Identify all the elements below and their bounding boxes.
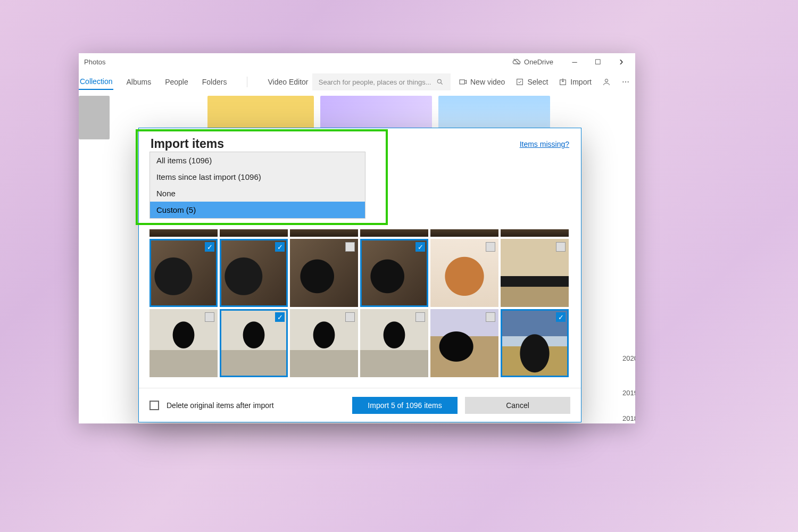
dropdown-option-all[interactable]: All items (1096) <box>150 152 365 169</box>
dialog-footer: Delete original items after import Impor… <box>139 388 581 422</box>
thumbnail-checkbox[interactable] <box>275 312 285 322</box>
import-button[interactable]: Import <box>559 78 592 86</box>
thumbnail-peek[interactable] <box>430 229 498 237</box>
thumbnail-grid[interactable] <box>149 229 577 387</box>
svg-line-2 <box>440 83 442 85</box>
thumbnail-peek[interactable] <box>220 229 288 237</box>
thumbnail-checkbox[interactable] <box>415 242 425 252</box>
minimize-button[interactable]: ─ <box>563 54 586 70</box>
thumbnail-peek[interactable] <box>149 229 218 237</box>
import-icon <box>559 78 567 86</box>
thumbnail-checkbox[interactable] <box>556 312 566 322</box>
thumbnail[interactable] <box>220 239 288 307</box>
import-dialog: Import items Items missing? All items (1… <box>138 128 581 422</box>
thumbnail-checkbox[interactable] <box>415 312 425 322</box>
thumbnail-checkbox[interactable] <box>486 312 495 322</box>
selection-dropdown[interactable]: All items (1096) Items since last import… <box>149 152 365 219</box>
thumbnail-checkbox[interactable] <box>345 242 355 252</box>
thumbnail[interactable] <box>220 309 288 377</box>
year-marker[interactable]: 2020 <box>611 351 635 367</box>
more-button[interactable]: ⋯ <box>621 78 630 86</box>
year-timeline[interactable]: 2020 2019 2018 <box>611 351 635 423</box>
new-video-icon <box>459 78 467 86</box>
thumbnail[interactable] <box>149 239 218 307</box>
import-confirm-button[interactable]: Import 5 of 1096 items <box>352 397 458 414</box>
toolbar-actions: New video Select Import ⋯ <box>459 78 630 86</box>
toolbar: Collection Albums People Folders Video E… <box>79 70 635 94</box>
dropdown-option-custom[interactable]: Custom (5) <box>150 202 365 218</box>
new-video-label: New video <box>470 78 505 86</box>
thumbnail[interactable] <box>430 239 498 307</box>
svg-point-1 <box>437 79 441 83</box>
thumbnail[interactable] <box>501 239 569 307</box>
import-label: Import <box>570 78 592 86</box>
onedrive-status[interactable]: OneDrive <box>512 57 553 66</box>
search-input[interactable]: Search for people, places or things... <box>312 73 451 90</box>
year-marker[interactable]: 2019 <box>611 386 635 401</box>
person-icon <box>602 78 611 86</box>
tab-video-editor[interactable]: Video Editor <box>267 74 309 89</box>
search-icon <box>436 78 444 86</box>
thumbnail-peek[interactable] <box>360 229 428 237</box>
thumbnail[interactable] <box>430 309 498 377</box>
thumbnail-checkbox[interactable] <box>205 242 214 252</box>
tab-people[interactable]: People <box>164 74 189 89</box>
thumbnail[interactable] <box>360 239 428 307</box>
nav-divider <box>247 77 247 87</box>
tab-albums[interactable]: Albums <box>125 74 152 89</box>
delete-original-label: Delete original items after import <box>167 401 274 410</box>
nav-tabs: Collection Albums People Folders Video E… <box>79 74 309 90</box>
items-missing-link[interactable]: Items missing? <box>520 140 569 148</box>
tab-collection[interactable]: Collection <box>79 74 113 90</box>
cancel-button[interactable]: Cancel <box>465 397 570 414</box>
svg-rect-3 <box>460 80 464 84</box>
svg-point-6 <box>605 79 608 82</box>
delete-original-checkbox[interactable] <box>149 401 159 410</box>
cloud-icon <box>512 57 521 66</box>
dialog-title: Import items <box>151 137 224 151</box>
thumbnail-checkbox[interactable] <box>275 242 285 252</box>
thumbnail[interactable] <box>290 239 358 307</box>
thumbnail[interactable] <box>501 309 569 377</box>
select-icon <box>516 78 524 86</box>
thumbnail-checkbox[interactable] <box>345 312 355 322</box>
maximize-button[interactable]: ☐ <box>586 54 610 70</box>
search-placeholder: Search for people, places or things... <box>319 78 431 86</box>
titlebar: Photos OneDrive ─ ☐ › <box>79 53 635 70</box>
thumbnail-checkbox[interactable] <box>486 242 495 252</box>
thumbnail[interactable] <box>290 309 358 377</box>
thumbnail-checkbox[interactable] <box>556 242 566 252</box>
thumbnail-peek[interactable] <box>290 229 358 237</box>
more-icon: ⋯ <box>621 78 630 86</box>
thumbnail-peek[interactable] <box>501 229 569 237</box>
account-button[interactable] <box>602 78 611 86</box>
thumbnail[interactable] <box>360 309 428 377</box>
close-button[interactable]: › <box>610 54 633 70</box>
onedrive-label: OneDrive <box>524 58 553 66</box>
thumbnail-checkbox[interactable] <box>205 312 214 322</box>
dropdown-option-none[interactable]: None <box>150 185 365 202</box>
svg-rect-4 <box>517 79 523 85</box>
app-title: Photos <box>84 58 105 66</box>
thumbnail[interactable] <box>149 309 218 377</box>
select-button[interactable]: Select <box>516 78 548 86</box>
year-marker[interactable]: 2018 <box>611 411 635 423</box>
banner-item[interactable] <box>79 96 110 139</box>
new-video-button[interactable]: New video <box>459 78 505 86</box>
dropdown-option-since-last[interactable]: Items since last import (1096) <box>150 169 365 185</box>
select-label: Select <box>527 78 548 86</box>
tab-folders[interactable]: Folders <box>201 74 228 89</box>
